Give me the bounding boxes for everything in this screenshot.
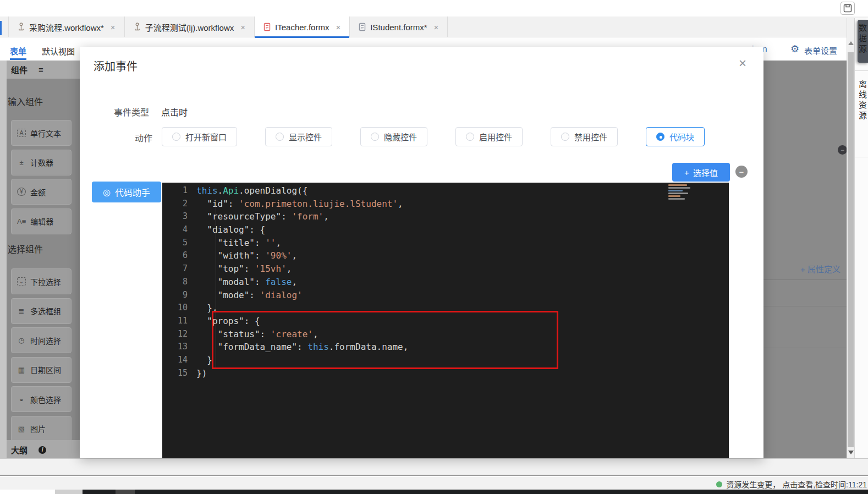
scroll-down-icon[interactable] bbox=[848, 451, 854, 454]
add-event-dialog: 添加事件 × 事件类型 点击时 动作 打开新窗口显示控件隐藏控件启用控件禁用控件… bbox=[80, 47, 763, 458]
gear-icon[interactable]: ⚙ bbox=[790, 43, 799, 55]
row-divider bbox=[763, 279, 847, 280]
component-item-下拉选择[interactable]: ⌄下拉选择 bbox=[11, 268, 72, 294]
close-icon[interactable]: × bbox=[739, 57, 746, 70]
section-title: 选择组件 bbox=[8, 242, 43, 255]
component-sidebar: 组件 ≡ 输入组件A单行文本±计数器¥金额A≡编辑器选择组件⌄下拉选择≣多选框组… bbox=[0, 61, 80, 459]
right-rail: 数据源离线资源 bbox=[854, 18, 868, 459]
close-icon[interactable]: × bbox=[111, 23, 116, 32]
close-icon[interactable]: × bbox=[240, 23, 245, 32]
component-item-计数器[interactable]: ±计数器 bbox=[11, 150, 72, 175]
line-number: 7 bbox=[162, 262, 196, 276]
action-option-隐藏控件[interactable]: 隐藏控件 bbox=[360, 127, 427, 146]
file-tab-bar: 采购流程.workflowx*×子流程测试(lj).workflowx×ITea… bbox=[0, 17, 868, 37]
event-type-label: 事件类型 bbox=[114, 105, 149, 118]
action-option-启用控件[interactable]: 启用控件 bbox=[455, 127, 523, 146]
component-item-单行文本[interactable]: A单行文本 bbox=[11, 120, 72, 146]
component-item-图片[interactable]: ▧图片 bbox=[11, 416, 72, 442]
action-label: 动作 bbox=[135, 131, 152, 144]
color-picker-icon: ◒ bbox=[17, 396, 26, 403]
vertical-tab-offline-resource[interactable]: 离线资源 bbox=[856, 80, 868, 122]
minus-icon: − bbox=[739, 167, 744, 177]
line-number: 13 bbox=[162, 341, 196, 354]
component-item-编辑器[interactable]: A≡编辑器 bbox=[11, 208, 72, 234]
tab-IStudent.formx*[interactable]: IStudent.formx*× bbox=[350, 17, 448, 37]
tab-ITeacher.formx[interactable]: ITeacher.formx× bbox=[255, 17, 350, 37]
form-settings-button[interactable]: 表单设置 bbox=[804, 45, 837, 56]
radio-icon bbox=[371, 133, 379, 141]
code-line: 2 "id": 'com.primeton.liujie.lStudent', bbox=[162, 197, 729, 211]
code-line: 3 "resourceType": 'form', bbox=[162, 210, 729, 223]
action-option-禁用控件[interactable]: 禁用控件 bbox=[551, 127, 618, 146]
save-icon bbox=[843, 4, 852, 13]
code-line: 5 "title": '', bbox=[162, 237, 729, 250]
action-option-代码块[interactable]: 代码块 bbox=[646, 127, 705, 146]
resource-change-notice[interactable]: 资源发生变更， 点击查看,检查时间:11:21 bbox=[716, 479, 867, 490]
remove-action-button[interactable]: − bbox=[735, 166, 748, 178]
titlebar bbox=[0, 0, 868, 17]
action-option-label: 打开新窗口 bbox=[185, 131, 227, 142]
component-item-金额[interactable]: ¥金额 bbox=[11, 179, 72, 205]
hamburger-icon: ≡ bbox=[39, 65, 43, 74]
status-bar: 资源发生变更， 点击查看,检查时间:11:21 bbox=[0, 477, 868, 490]
component-label: 时间选择 bbox=[30, 335, 61, 346]
form-file-icon bbox=[263, 23, 271, 31]
component-item-多选框组[interactable]: ≣多选框组 bbox=[11, 298, 72, 324]
tab-子流程测试(lj).workflowx[interactable]: 子流程测试(lj).workflowx× bbox=[125, 17, 255, 37]
status-message: 资源发生变更， 点击查看,检查时间:11:21 bbox=[726, 479, 867, 490]
event-type-value: 点击时 bbox=[161, 105, 188, 118]
component-item-颜色选择[interactable]: ◒颜色选择 bbox=[11, 386, 72, 412]
scroll-up-icon[interactable] bbox=[848, 41, 854, 45]
components-header-label: 组件 bbox=[11, 64, 28, 75]
workflow-icon bbox=[18, 23, 25, 31]
tab-accent-edge bbox=[0, 21, 2, 35]
checkbox-group-icon: ≣ bbox=[17, 308, 26, 315]
component-item-日期区间[interactable]: ▦日期区间 bbox=[11, 357, 72, 383]
radio-icon bbox=[172, 133, 180, 141]
section-title: 输入组件 bbox=[8, 95, 43, 108]
select-value-label: 选择值 bbox=[693, 167, 718, 178]
tab-label: IStudent.formx* bbox=[370, 23, 427, 32]
action-option-label: 代码块 bbox=[669, 131, 694, 142]
select-value-button[interactable]: + 选择值 bbox=[672, 163, 730, 182]
tab-default-view[interactable]: 默认视图 bbox=[42, 45, 75, 57]
code-line: 4 "dialog": { bbox=[162, 223, 729, 237]
sidebar-gutter bbox=[0, 61, 7, 459]
outline-panel-header[interactable]: 大纲 i bbox=[0, 440, 80, 459]
code-line: 9 "mode": 'dialog' bbox=[162, 289, 729, 302]
vertical-scrollbar[interactable] bbox=[847, 18, 854, 459]
action-option-label: 显示控件 bbox=[289, 131, 322, 142]
tab-form[interactable]: 表单 bbox=[10, 45, 26, 57]
code-assistant-button[interactable]: ◎ 代码助手 bbox=[92, 182, 161, 202]
remove-icon[interactable]: − bbox=[838, 145, 847, 155]
action-option-打开新窗口[interactable]: 打开新窗口 bbox=[162, 127, 237, 146]
save-button[interactable] bbox=[840, 2, 855, 15]
action-option-显示控件[interactable]: 显示控件 bbox=[265, 127, 332, 146]
tab-label: ITeacher.formx bbox=[275, 23, 329, 32]
bottom-edge-bar bbox=[0, 490, 868, 494]
vertical-tab-data-source[interactable]: 数据源 bbox=[856, 24, 868, 55]
dialog-title: 添加事件 bbox=[94, 58, 138, 74]
property-define-label: 属性定义 bbox=[807, 265, 840, 274]
status-dot-icon bbox=[716, 481, 722, 487]
close-icon[interactable]: × bbox=[434, 23, 439, 32]
counter-icon: ± bbox=[17, 159, 26, 166]
info-icon: i bbox=[39, 446, 46, 454]
close-icon[interactable]: × bbox=[336, 23, 340, 32]
line-number: 10 bbox=[162, 301, 196, 315]
add-property-define-button[interactable]: + 属性定义 bbox=[800, 263, 840, 275]
money-icon: ¥ bbox=[17, 188, 26, 196]
minimap[interactable] bbox=[668, 184, 691, 206]
scrollbar-thumb[interactable] bbox=[848, 52, 854, 447]
code-editor[interactable]: 1this.Api.openDialog({2 "id": 'com.prime… bbox=[162, 183, 729, 458]
component-item-时间选择[interactable]: ◷时间选择 bbox=[11, 327, 72, 353]
tab-采购流程.workflowx*[interactable]: 采购流程.workflowx*× bbox=[8, 17, 125, 37]
left-toolbar: 表单 默认视图 bbox=[0, 37, 80, 61]
rail-divider bbox=[855, 70, 868, 71]
component-label: 多选框组 bbox=[30, 305, 61, 316]
component-label: 编辑器 bbox=[30, 216, 53, 227]
code-line: 8 "modal": false, bbox=[162, 276, 729, 289]
line-number: 15 bbox=[162, 367, 196, 380]
components-panel-header[interactable]: 组件 ≡ bbox=[0, 61, 80, 79]
component-label: 下拉选择 bbox=[30, 276, 61, 287]
